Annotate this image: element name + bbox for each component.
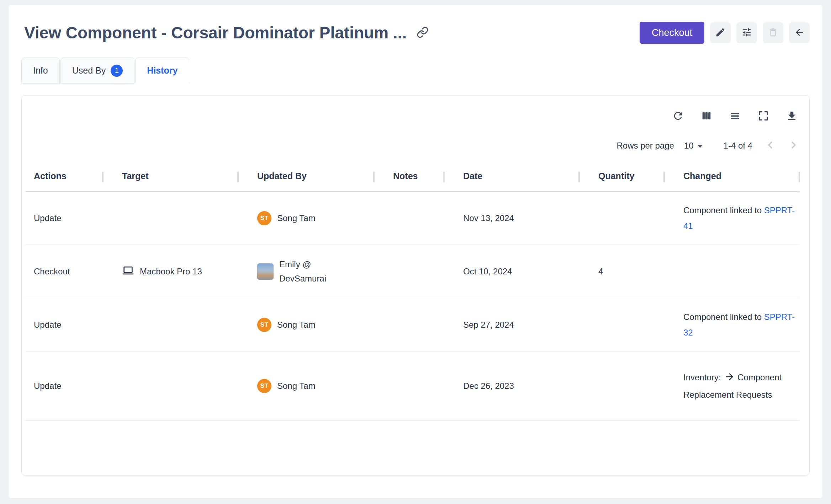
chevron-down-icon <box>697 145 703 148</box>
rows-per-page-value: 10 <box>684 141 694 151</box>
column-header-quantity[interactable]: Quantity <box>579 171 664 192</box>
avatar: ST <box>257 211 271 225</box>
changed-cell <box>664 245 799 298</box>
updated-by-name: Song Tam <box>277 213 316 223</box>
customize-button[interactable] <box>736 22 757 43</box>
notes-cell <box>374 245 444 298</box>
quantity-cell <box>579 192 664 245</box>
laptop-icon <box>122 264 134 279</box>
table-row: Update ST Song Tam Sep 27, 2024 Componen… <box>25 298 799 352</box>
download-icon <box>786 110 798 123</box>
action-cell: Update <box>25 298 103 352</box>
table-row: Update ST Song Tam Dec 26, 2023 Inventor… <box>25 352 799 421</box>
tab-used-by[interactable]: Used By 1 <box>60 58 134 84</box>
target-cell <box>103 298 238 352</box>
notes-cell <box>374 298 444 352</box>
density-lines-icon <box>729 110 741 123</box>
date-cell: Sep 27, 2024 <box>444 298 579 352</box>
next-page-button[interactable] <box>788 139 799 152</box>
table-toolbar <box>22 96 809 123</box>
tab-history-label: History <box>147 65 178 76</box>
rows-per-page-select[interactable]: 10 <box>682 140 705 151</box>
rows-per-page-label: Rows per page <box>616 141 674 151</box>
action-cell: Update <box>25 192 103 245</box>
chevron-right-icon <box>788 139 799 152</box>
updated-by-cell: ST Song Tam <box>238 192 374 245</box>
table-row: Checkout Macbook Pro 13 Emily @ DevSam <box>25 245 799 298</box>
target-cell <box>103 352 238 421</box>
tab-bar: Info Used By 1 History <box>21 58 810 84</box>
action-cell: Update <box>25 352 103 421</box>
checkout-button[interactable]: Checkout <box>640 22 704 44</box>
refresh-icon <box>672 110 684 123</box>
used-by-count-badge: 1 <box>111 65 123 77</box>
chevron-left-icon <box>764 139 776 152</box>
fullscreen-icon <box>757 110 769 123</box>
table-header-row: Actions Target Updated By Notes Date Qua… <box>25 171 799 192</box>
fullscreen-button[interactable] <box>757 110 769 123</box>
changed-cell: Component linked to SPPRT-32 <box>664 298 799 352</box>
target-cell: Macbook Pro 13 <box>103 245 238 298</box>
copy-link-button[interactable] <box>417 26 429 39</box>
date-cell: Oct 10, 2024 <box>444 245 579 298</box>
date-cell: Nov 13, 2024 <box>444 192 579 245</box>
pagination-bar: Rows per page 10 1-4 of 4 <box>22 123 809 152</box>
updated-by-name: Song Tam <box>277 320 316 330</box>
notes-cell <box>374 192 444 245</box>
columns-button[interactable] <box>700 110 713 123</box>
column-header-notes[interactable]: Notes <box>374 171 444 192</box>
date-cell: Dec 26, 2023 <box>444 352 579 421</box>
tab-history[interactable]: History <box>135 58 189 84</box>
target-cell <box>103 192 238 245</box>
updated-by-cell: ST Song Tam <box>238 298 374 352</box>
column-header-actions[interactable]: Actions <box>25 171 103 192</box>
density-button[interactable] <box>729 110 741 123</box>
column-header-changed[interactable]: Changed <box>664 171 799 192</box>
quantity-cell: 4 <box>579 245 664 298</box>
pagination-range: 1-4 of 4 <box>724 141 752 151</box>
column-header-updated-by[interactable]: Updated By <box>238 171 374 192</box>
back-button[interactable] <box>789 22 810 43</box>
trash-icon <box>768 27 778 39</box>
column-header-target[interactable]: Target <box>103 171 238 192</box>
history-panel: Rows per page 10 1-4 of 4 <box>21 95 810 476</box>
changed-cell: Component linked to SPPRT-41 <box>664 192 799 245</box>
avatar: ST <box>257 318 271 332</box>
arrow-right-icon <box>724 371 735 387</box>
page-header: View Component - Corsair Dominator Plati… <box>21 5 810 44</box>
tab-info[interactable]: Info <box>21 58 60 84</box>
quantity-cell <box>579 352 664 421</box>
tab-used-by-label: Used By <box>72 65 106 76</box>
changed-cell: Inventory: Component Replacement Request… <box>664 352 799 421</box>
history-table: Actions Target Updated By Notes Date Qua… <box>25 171 799 421</box>
page-title: View Component - Corsair Dominator Plati… <box>24 21 407 44</box>
quantity-cell <box>579 298 664 352</box>
column-header-date[interactable]: Date <box>444 171 579 192</box>
updated-by-name: Emily @ DevSamurai <box>279 257 336 286</box>
delete-button[interactable] <box>763 22 783 43</box>
target-name: Macbook Pro 13 <box>140 267 202 277</box>
updated-by-name: Song Tam <box>277 381 316 391</box>
edit-button[interactable] <box>710 22 731 43</box>
updated-by-cell: Emily @ DevSamurai <box>238 245 374 298</box>
changed-text: Component linked to <box>683 205 762 215</box>
notes-cell <box>374 352 444 421</box>
pencil-icon <box>715 27 726 39</box>
avatar <box>257 263 274 280</box>
previous-page-button[interactable] <box>764 139 776 152</box>
arrow-left-icon <box>794 27 805 39</box>
changed-prefix: Inventory: <box>683 372 721 382</box>
action-cell: Checkout <box>25 245 103 298</box>
updated-by-cell: ST Song Tam <box>238 352 374 421</box>
tab-info-label: Info <box>33 65 48 76</box>
table-row: Update ST Song Tam Nov 13, 2024 Componen… <box>25 192 799 245</box>
sliders-icon <box>741 27 752 39</box>
download-button[interactable] <box>786 110 798 123</box>
columns-icon <box>700 110 713 123</box>
header-actions: Checkout <box>640 22 810 44</box>
avatar: ST <box>257 379 271 393</box>
refresh-button[interactable] <box>672 110 684 123</box>
changed-text: Component linked to <box>683 312 762 322</box>
link-icon <box>417 26 429 39</box>
page-card: View Component - Corsair Dominator Plati… <box>9 5 822 498</box>
